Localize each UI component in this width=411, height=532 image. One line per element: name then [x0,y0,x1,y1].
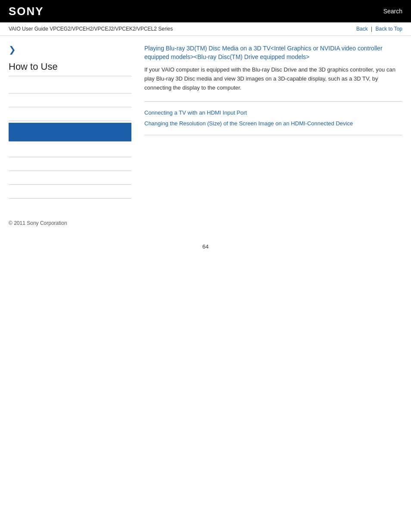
sidebar-item-8[interactable] [9,185,131,199]
breadcrumb-separator: | [371,26,372,32]
content-divider-2 [144,135,402,135]
breadcrumb-bar: VAIO User Guide VPCEG2/VPCEH2/VPCEJ2/VPC… [0,22,411,36]
back-link[interactable]: Back [356,26,368,32]
sony-logo: SONY [9,5,44,18]
sidebar-title: How to Use [9,61,131,76]
page-footer: © 2011 Sony Corporation [0,207,411,235]
breadcrumb-nav: Back | Back to Top [356,26,402,32]
search-button[interactable]: Search [383,8,402,15]
link-hdmi-tv[interactable]: Connecting a TV with an HDMI Input Port [144,109,402,117]
link-resolution-hdmi[interactable]: Changing the Resolution (Size) of the Sc… [144,119,402,128]
copyright-text: © 2011 Sony Corporation [9,220,67,226]
sidebar-item-2[interactable] [9,93,131,107]
sidebar-item-1[interactable] [9,80,131,93]
sidebar-arrow-icon[interactable]: ❯ [9,44,131,55]
content-area: Playing Blu-ray 3D(TM) Disc Media on a 3… [140,44,402,199]
sidebar-item-3[interactable] [9,107,131,121]
sidebar: ❯ How to Use [9,44,140,199]
content-divider-1 [144,101,402,102]
breadcrumb-text: VAIO User Guide VPCEG2/VPCEH2/VPCEJ2/VPC… [9,26,173,32]
back-to-top-link[interactable]: Back to Top [376,26,402,32]
page-number: 64 [0,235,411,258]
sidebar-item-highlighted[interactable] [9,123,131,142]
main-article-description: If your VAIO computer is equipped with t… [144,65,402,92]
main-content: ❯ How to Use Playing Blu-ray 3D(TM) Disc… [0,36,411,207]
page-header: SONY Search [0,0,411,22]
sidebar-item-6[interactable] [9,157,131,171]
sidebar-item-5[interactable] [9,143,131,157]
sidebar-item-7[interactable] [9,171,131,185]
main-article-link[interactable]: Playing Blu-ray 3D(TM) Disc Media on a 3… [144,44,402,61]
